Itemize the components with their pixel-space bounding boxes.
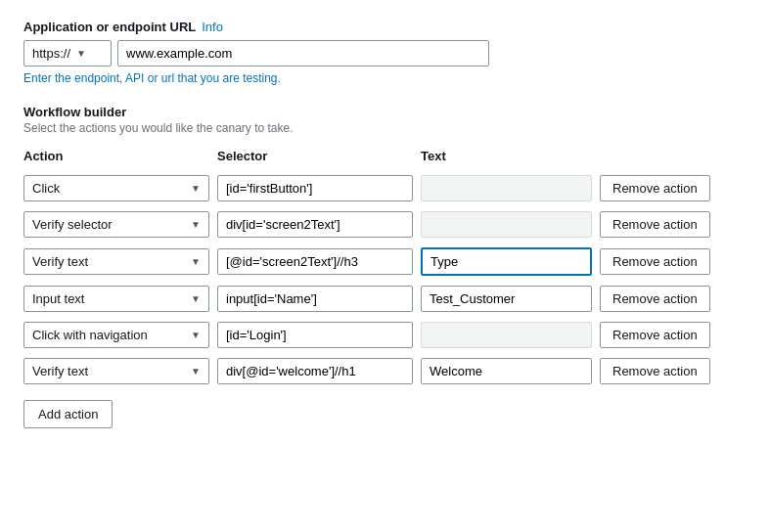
- remove-action-button-4[interactable]: Remove action: [600, 322, 710, 348]
- action-chevron-icon-2: ▼: [191, 256, 201, 267]
- action-label-4: Click with navigation: [32, 328, 148, 342]
- action-select-3[interactable]: Input text▼: [23, 286, 209, 312]
- remove-col-3: Remove action: [600, 286, 747, 312]
- col-header-text: Text: [421, 149, 592, 163]
- remove-action-button-3[interactable]: Remove action: [600, 286, 710, 312]
- remove-action-button-5[interactable]: Remove action: [600, 358, 710, 384]
- selector-input-5[interactable]: [217, 358, 413, 384]
- action-select-5[interactable]: Verify text▼: [23, 358, 209, 384]
- action-rows-container: Click▼Remove actionVerify selector▼Remov…: [23, 175, 747, 384]
- selector-input-1[interactable]: [217, 211, 413, 238]
- remove-col-5: Remove action: [600, 358, 747, 384]
- selector-input-2[interactable]: [217, 248, 413, 275]
- workflow-subtitle: Select the actions you would like the ca…: [23, 121, 747, 135]
- col-header-action: Action: [23, 149, 209, 163]
- url-section-title: Application or endpoint URL: [23, 20, 196, 34]
- text-input-4: [421, 322, 592, 348]
- text-input-2[interactable]: [421, 247, 592, 276]
- action-chevron-icon-5: ▼: [191, 366, 201, 377]
- text-input-1: [421, 211, 592, 238]
- remove-col-0: Remove action: [600, 175, 747, 201]
- add-action-button[interactable]: Add action: [23, 400, 113, 428]
- action-select-1[interactable]: Verify selector▼: [23, 211, 209, 238]
- workflow-title: Workflow builder: [23, 105, 747, 119]
- url-hint: Enter the endpoint, API or url that you …: [23, 71, 747, 85]
- protocol-chevron-icon: ▼: [76, 48, 86, 59]
- text-input-3[interactable]: [421, 286, 592, 312]
- remove-col-1: Remove action: [600, 211, 747, 238]
- action-select-2[interactable]: Verify text▼: [23, 248, 209, 275]
- remove-col-2: Remove action: [600, 248, 747, 275]
- protocol-value: https://: [32, 46, 70, 61]
- selector-input-0[interactable]: [217, 175, 413, 201]
- action-chevron-icon-1: ▼: [191, 219, 201, 230]
- action-chevron-icon-0: ▼: [191, 183, 201, 194]
- table-row: Verify selector▼Remove action: [23, 211, 747, 238]
- text-input-5[interactable]: [421, 358, 592, 384]
- remove-action-button-2[interactable]: Remove action: [600, 248, 710, 275]
- action-label-0: Click: [32, 181, 60, 196]
- col-header-selector: Selector: [217, 149, 413, 163]
- table-row: Input text▼Remove action: [23, 286, 747, 312]
- text-input-0: [421, 175, 592, 201]
- table-row: Click with navigation▼Remove action: [23, 322, 747, 348]
- action-label-1: Verify selector: [32, 217, 113, 232]
- url-row: https:// ▼: [23, 40, 747, 66]
- table-row: Click▼Remove action: [23, 175, 747, 201]
- info-link[interactable]: Info: [202, 20, 223, 34]
- remove-action-button-0[interactable]: Remove action: [600, 175, 710, 201]
- table-header: Action Selector Text: [23, 149, 747, 167]
- action-label-2: Verify text: [32, 254, 88, 269]
- selector-input-3[interactable]: [217, 286, 413, 312]
- action-select-4[interactable]: Click with navigation▼: [23, 322, 209, 348]
- table-row: Verify text▼Remove action: [23, 247, 747, 276]
- selector-input-4[interactable]: [217, 322, 413, 348]
- url-label: Application or endpoint URL Info: [23, 20, 747, 34]
- action-chevron-icon-3: ▼: [191, 293, 201, 304]
- action-chevron-icon-4: ▼: [191, 330, 201, 340]
- action-label-5: Verify text: [32, 364, 88, 378]
- workflow-section: Workflow builder Select the actions you …: [23, 105, 747, 428]
- protocol-select[interactable]: https:// ▼: [23, 40, 112, 66]
- table-row: Verify text▼Remove action: [23, 358, 747, 384]
- remove-col-4: Remove action: [600, 322, 747, 348]
- action-label-3: Input text: [32, 291, 84, 306]
- url-input[interactable]: [117, 40, 489, 66]
- action-select-0[interactable]: Click▼: [23, 175, 209, 201]
- remove-action-button-1[interactable]: Remove action: [600, 211, 710, 238]
- url-section: Application or endpoint URL Info https:/…: [23, 20, 747, 85]
